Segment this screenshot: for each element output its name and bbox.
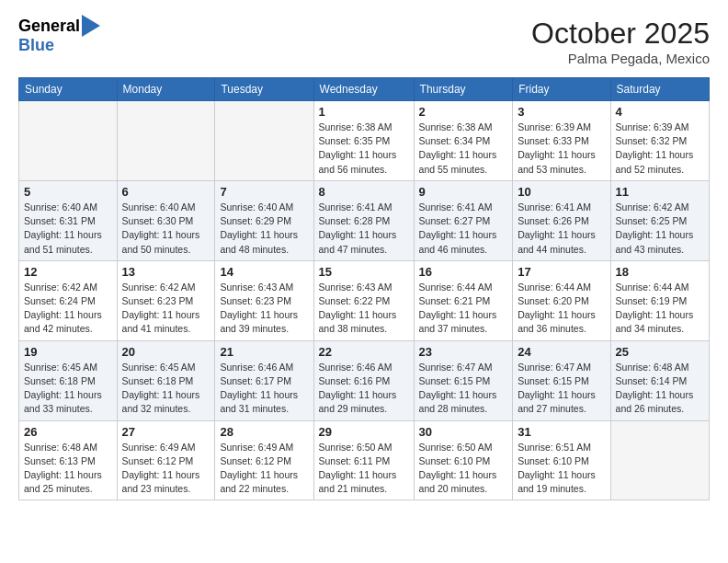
day-info: Sunrise: 6:38 AM Sunset: 6:35 PM Dayligh… bbox=[319, 121, 409, 177]
day-number: 4 bbox=[616, 105, 704, 119]
day-info: Sunrise: 6:44 AM Sunset: 6:21 PM Dayligh… bbox=[419, 281, 508, 337]
calendar-cell: 23Sunrise: 6:47 AM Sunset: 6:15 PM Dayli… bbox=[414, 340, 513, 420]
day-info: Sunrise: 6:48 AM Sunset: 6:14 PM Dayligh… bbox=[616, 361, 704, 417]
day-number: 22 bbox=[319, 345, 409, 359]
calendar-cell: 10Sunrise: 6:41 AM Sunset: 6:26 PM Dayli… bbox=[513, 180, 610, 260]
day-number: 25 bbox=[616, 345, 704, 359]
day-info: Sunrise: 6:43 AM Sunset: 6:23 PM Dayligh… bbox=[220, 281, 308, 337]
day-info: Sunrise: 6:49 AM Sunset: 6:12 PM Dayligh… bbox=[220, 441, 308, 497]
day-number: 29 bbox=[319, 425, 409, 439]
calendar-header-row: SundayMondayTuesdayWednesdayThursdayFrid… bbox=[19, 78, 710, 101]
day-info: Sunrise: 6:45 AM Sunset: 6:18 PM Dayligh… bbox=[122, 361, 210, 417]
day-number: 10 bbox=[518, 185, 605, 199]
calendar-cell: 24Sunrise: 6:47 AM Sunset: 6:15 PM Dayli… bbox=[513, 340, 610, 420]
day-info: Sunrise: 6:39 AM Sunset: 6:32 PM Dayligh… bbox=[616, 121, 704, 177]
calendar-cell: 22Sunrise: 6:46 AM Sunset: 6:16 PM Dayli… bbox=[313, 340, 414, 420]
calendar-cell bbox=[215, 101, 313, 181]
calendar-cell: 11Sunrise: 6:42 AM Sunset: 6:25 PM Dayli… bbox=[610, 180, 709, 260]
calendar-cell: 25Sunrise: 6:48 AM Sunset: 6:14 PM Dayli… bbox=[610, 340, 709, 420]
day-info: Sunrise: 6:46 AM Sunset: 6:17 PM Dayligh… bbox=[220, 361, 308, 417]
calendar-cell: 15Sunrise: 6:43 AM Sunset: 6:22 PM Dayli… bbox=[313, 260, 414, 340]
day-number: 3 bbox=[518, 105, 605, 119]
calendar-cell: 7Sunrise: 6:40 AM Sunset: 6:29 PM Daylig… bbox=[215, 180, 313, 260]
calendar-week-row: 19Sunrise: 6:45 AM Sunset: 6:18 PM Dayli… bbox=[19, 340, 710, 420]
day-number: 8 bbox=[319, 185, 409, 199]
calendar-week-row: 12Sunrise: 6:42 AM Sunset: 6:24 PM Dayli… bbox=[19, 260, 710, 340]
col-header-tuesday: Tuesday bbox=[215, 78, 313, 101]
day-number: 30 bbox=[419, 425, 508, 439]
day-info: Sunrise: 6:41 AM Sunset: 6:28 PM Dayligh… bbox=[319, 201, 409, 257]
day-number: 9 bbox=[419, 185, 508, 199]
calendar-week-row: 26Sunrise: 6:48 AM Sunset: 6:13 PM Dayli… bbox=[19, 420, 710, 500]
calendar-cell: 18Sunrise: 6:44 AM Sunset: 6:19 PM Dayli… bbox=[610, 260, 709, 340]
col-header-sunday: Sunday bbox=[19, 78, 118, 101]
calendar-cell: 28Sunrise: 6:49 AM Sunset: 6:12 PM Dayli… bbox=[215, 420, 313, 500]
logo: General Blue bbox=[18, 17, 100, 55]
calendar-cell: 13Sunrise: 6:42 AM Sunset: 6:23 PM Dayli… bbox=[117, 260, 215, 340]
calendar-cell: 4Sunrise: 6:39 AM Sunset: 6:32 PM Daylig… bbox=[610, 101, 709, 181]
day-number: 5 bbox=[24, 185, 112, 199]
day-number: 7 bbox=[220, 185, 308, 199]
col-header-saturday: Saturday bbox=[610, 78, 709, 101]
logo-blue: Blue bbox=[18, 37, 100, 55]
calendar-week-row: 1Sunrise: 6:38 AM Sunset: 6:35 PM Daylig… bbox=[19, 101, 710, 181]
col-header-friday: Friday bbox=[513, 78, 610, 101]
day-number: 1 bbox=[319, 105, 409, 119]
calendar-cell: 9Sunrise: 6:41 AM Sunset: 6:27 PM Daylig… bbox=[414, 180, 513, 260]
day-number: 27 bbox=[122, 425, 210, 439]
calendar-cell: 5Sunrise: 6:40 AM Sunset: 6:31 PM Daylig… bbox=[19, 180, 118, 260]
day-number: 16 bbox=[419, 265, 508, 279]
calendar-cell: 26Sunrise: 6:48 AM Sunset: 6:13 PM Dayli… bbox=[19, 420, 118, 500]
month-title: October 2025 bbox=[531, 17, 710, 51]
calendar-cell bbox=[610, 420, 709, 500]
day-number: 20 bbox=[122, 345, 210, 359]
day-info: Sunrise: 6:46 AM Sunset: 6:16 PM Dayligh… bbox=[319, 361, 409, 417]
day-number: 15 bbox=[319, 265, 409, 279]
calendar-cell: 3Sunrise: 6:39 AM Sunset: 6:33 PM Daylig… bbox=[513, 101, 610, 181]
day-info: Sunrise: 6:40 AM Sunset: 6:31 PM Dayligh… bbox=[24, 201, 112, 257]
calendar-cell: 19Sunrise: 6:45 AM Sunset: 6:18 PM Dayli… bbox=[19, 340, 118, 420]
day-number: 13 bbox=[122, 265, 210, 279]
day-number: 21 bbox=[220, 345, 308, 359]
calendar-cell: 21Sunrise: 6:46 AM Sunset: 6:17 PM Dayli… bbox=[215, 340, 313, 420]
calendar-cell: 6Sunrise: 6:40 AM Sunset: 6:30 PM Daylig… bbox=[117, 180, 215, 260]
calendar-cell: 12Sunrise: 6:42 AM Sunset: 6:24 PM Dayli… bbox=[19, 260, 118, 340]
calendar-cell: 1Sunrise: 6:38 AM Sunset: 6:35 PM Daylig… bbox=[313, 101, 414, 181]
location: Palma Pegada, Mexico bbox=[531, 51, 710, 66]
day-info: Sunrise: 6:49 AM Sunset: 6:12 PM Dayligh… bbox=[122, 441, 210, 497]
calendar-cell bbox=[117, 101, 215, 181]
calendar-cell: 31Sunrise: 6:51 AM Sunset: 6:10 PM Dayli… bbox=[513, 420, 610, 500]
day-info: Sunrise: 6:40 AM Sunset: 6:29 PM Dayligh… bbox=[220, 201, 308, 257]
calendar-cell: 20Sunrise: 6:45 AM Sunset: 6:18 PM Dayli… bbox=[117, 340, 215, 420]
day-number: 18 bbox=[616, 265, 704, 279]
day-info: Sunrise: 6:50 AM Sunset: 6:11 PM Dayligh… bbox=[319, 441, 409, 497]
calendar-cell: 8Sunrise: 6:41 AM Sunset: 6:28 PM Daylig… bbox=[313, 180, 414, 260]
calendar-cell: 29Sunrise: 6:50 AM Sunset: 6:11 PM Dayli… bbox=[313, 420, 414, 500]
day-info: Sunrise: 6:45 AM Sunset: 6:18 PM Dayligh… bbox=[24, 361, 112, 417]
day-info: Sunrise: 6:40 AM Sunset: 6:30 PM Dayligh… bbox=[122, 201, 210, 257]
header: General Blue October 2025 Palma Pegada, … bbox=[18, 17, 710, 66]
day-number: 26 bbox=[24, 425, 112, 439]
day-number: 2 bbox=[419, 105, 508, 119]
day-info: Sunrise: 6:51 AM Sunset: 6:10 PM Dayligh… bbox=[518, 441, 605, 497]
day-number: 17 bbox=[518, 265, 605, 279]
svg-marker-0 bbox=[82, 15, 100, 37]
day-number: 28 bbox=[220, 425, 308, 439]
col-header-wednesday: Wednesday bbox=[313, 78, 414, 101]
col-header-monday: Monday bbox=[117, 78, 215, 101]
col-header-thursday: Thursday bbox=[414, 78, 513, 101]
day-info: Sunrise: 6:47 AM Sunset: 6:15 PM Dayligh… bbox=[419, 361, 508, 417]
day-info: Sunrise: 6:38 AM Sunset: 6:34 PM Dayligh… bbox=[419, 121, 508, 177]
day-number: 11 bbox=[616, 185, 704, 199]
day-number: 31 bbox=[518, 425, 605, 439]
day-info: Sunrise: 6:44 AM Sunset: 6:19 PM Dayligh… bbox=[616, 281, 704, 337]
calendar-cell: 17Sunrise: 6:44 AM Sunset: 6:20 PM Dayli… bbox=[513, 260, 610, 340]
title-block: October 2025 Palma Pegada, Mexico bbox=[531, 17, 710, 66]
day-number: 19 bbox=[24, 345, 112, 359]
calendar-cell: 30Sunrise: 6:50 AM Sunset: 6:10 PM Dayli… bbox=[414, 420, 513, 500]
day-info: Sunrise: 6:50 AM Sunset: 6:10 PM Dayligh… bbox=[419, 441, 508, 497]
day-number: 14 bbox=[220, 265, 308, 279]
logo-triangle-icon bbox=[82, 15, 100, 37]
calendar-cell: 27Sunrise: 6:49 AM Sunset: 6:12 PM Dayli… bbox=[117, 420, 215, 500]
day-number: 24 bbox=[518, 345, 605, 359]
